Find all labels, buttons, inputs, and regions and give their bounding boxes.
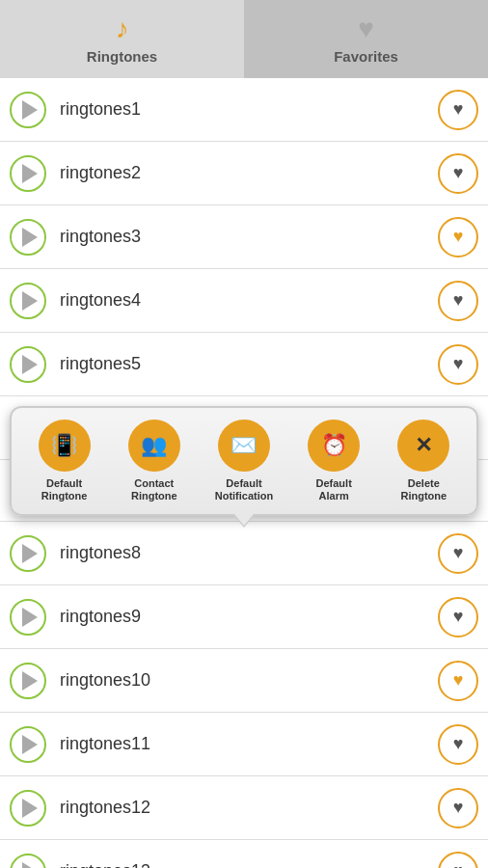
- play-button[interactable]: [10, 346, 46, 383]
- heart-icon: ♥: [453, 290, 464, 311]
- favorite-button[interactable]: ♥: [438, 852, 478, 869]
- heart-icon: ♥: [358, 14, 374, 44]
- popup-contact-ringtone-label: ContactRingtone: [131, 477, 177, 502]
- heart-icon: ♥: [453, 798, 464, 818]
- list-item: ringtones9 ♥: [0, 585, 488, 649]
- music-note-icon: ♪: [116, 14, 129, 44]
- popup-default-alarm[interactable]: ⏰ DefaultAlarm: [297, 420, 370, 502]
- play-button[interactable]: [10, 155, 46, 192]
- heart-icon: ♥: [453, 99, 464, 120]
- popup-default-notification-label: DefaultNotification: [215, 477, 274, 502]
- play-button[interactable]: [10, 599, 46, 636]
- song-name: ringtones10: [46, 670, 438, 691]
- song-name: ringtones9: [46, 607, 438, 627]
- heart-icon: ♥: [453, 227, 464, 247]
- heart-icon: ♥: [453, 543, 464, 563]
- tab-favorites[interactable]: ♥ Favorites: [244, 0, 488, 78]
- popup-row: ♥ 📳 DefaultRingtone 👥 ContactRingtone ✉️…: [0, 396, 488, 522]
- default-alarm-icon: ⏰: [308, 420, 360, 472]
- play-button[interactable]: [10, 790, 46, 827]
- tab-favorites-label: Favorites: [334, 48, 398, 65]
- list-item: ringtones2 ♥: [0, 142, 488, 205]
- delete-ringtone-icon: ✕: [397, 420, 449, 472]
- popup-default-notification[interactable]: ✉️ DefaultNotification: [207, 420, 281, 502]
- song-name: ringtones5: [46, 354, 438, 374]
- popup-contact-ringtone[interactable]: 👥 ContactRingtone: [118, 420, 191, 502]
- popup-default-ringtone[interactable]: 📳 DefaultRingtone: [28, 420, 101, 502]
- heart-icon: ♥: [453, 163, 464, 183]
- favorite-button[interactable]: ♥: [438, 533, 478, 574]
- play-button[interactable]: [10, 535, 46, 572]
- play-button[interactable]: [10, 219, 46, 256]
- favorite-button[interactable]: ♥: [438, 597, 478, 637]
- song-name: ringtones1: [46, 99, 438, 120]
- favorite-button[interactable]: ♥: [438, 344, 478, 385]
- heart-icon: ♥: [453, 861, 464, 868]
- list-item: ringtones4 ♥: [0, 269, 488, 333]
- heart-icon: ♥: [453, 734, 464, 754]
- default-notification-icon: ✉️: [218, 420, 270, 472]
- favorite-button[interactable]: ♥: [438, 217, 478, 258]
- song-name: ringtones11: [46, 734, 438, 754]
- song-name: ringtones2: [46, 163, 438, 183]
- song-name: ringtones3: [46, 227, 438, 247]
- heart-icon: ♥: [453, 670, 464, 691]
- default-ringtone-icon: 📳: [39, 420, 91, 472]
- play-button[interactable]: [10, 92, 46, 128]
- list-item: ringtones12 ♥: [0, 776, 488, 840]
- favorite-button[interactable]: ♥: [438, 281, 478, 321]
- song-name: ringtones13: [46, 861, 438, 868]
- list-item: ringtones8 ♥: [0, 522, 488, 585]
- play-button[interactable]: [10, 854, 46, 869]
- play-button[interactable]: [10, 663, 46, 699]
- popup-arrow-inner: [234, 514, 254, 526]
- play-button[interactable]: [10, 283, 46, 319]
- ringtone-list: ringtones1 ♥ ringtones2 ♥ ringtones3 ♥ r…: [0, 78, 488, 868]
- popup-delete-ringtone-label: DeleteRingtone: [401, 477, 447, 502]
- list-item: ringtones10 ♥: [0, 649, 488, 713]
- song-name: ringtones8: [46, 543, 438, 563]
- favorite-button[interactable]: ♥: [438, 153, 478, 194]
- list-item: ringtones5 ♥: [0, 333, 488, 396]
- list-item: ringtones11 ♥: [0, 713, 488, 776]
- song-name: ringtones12: [46, 798, 438, 818]
- heart-icon: ♥: [453, 354, 464, 374]
- tabs-bar: ♪ Ringtones ♥ Favorites: [0, 0, 488, 78]
- heart-icon: ♥: [453, 607, 464, 627]
- popup-default-alarm-label: DefaultAlarm: [316, 477, 352, 502]
- favorite-button[interactable]: ♥: [438, 788, 478, 828]
- contact-ringtone-icon: 👥: [128, 420, 180, 472]
- favorite-button[interactable]: ♥: [438, 661, 478, 701]
- tab-ringtones[interactable]: ♪ Ringtones: [0, 0, 244, 78]
- popup-delete-ringtone[interactable]: ✕ DeleteRingtone: [387, 420, 460, 502]
- action-popup: 📳 DefaultRingtone 👥 ContactRingtone ✉️ D…: [10, 406, 478, 516]
- list-item: ringtones1 ♥: [0, 78, 488, 142]
- song-name: ringtones4: [46, 290, 438, 311]
- popup-default-ringtone-label: DefaultRingtone: [41, 477, 88, 502]
- list-item: ringtones13 ♥: [0, 840, 488, 868]
- favorite-button[interactable]: ♥: [438, 90, 478, 130]
- play-button[interactable]: [10, 726, 46, 763]
- list-item: ringtones3 ♥: [0, 205, 488, 269]
- favorite-button[interactable]: ♥: [438, 724, 478, 765]
- tab-ringtones-label: Ringtones: [87, 48, 157, 65]
